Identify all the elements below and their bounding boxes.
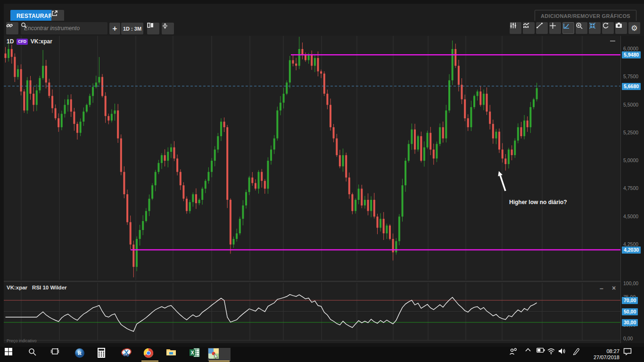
clock-time: 08:27: [594, 348, 619, 354]
snapshot-button[interactable]: [615, 22, 627, 34]
interval-label: 1D: [7, 38, 14, 45]
notification-icon: [623, 348, 632, 355]
chart-type-button[interactable]: [523, 22, 535, 34]
add-chart-button[interactable]: +: [109, 23, 120, 34]
area-chart-icon: [523, 22, 530, 29]
rsi-level-badge: 30,00: [622, 319, 638, 326]
search-icon: [21, 22, 27, 28]
action-center-button[interactable]: [623, 348, 636, 361]
rsi-tick: 100,00: [623, 280, 638, 286]
chart-minimize-button[interactable]: [610, 41, 615, 41]
snipping-tool-icon: [121, 348, 132, 357]
task-view-icon: [51, 348, 59, 355]
split-arrows-icon: [162, 23, 168, 29]
panel-separator[interactable]: [4, 280, 620, 283]
refresh-button[interactable]: [602, 22, 614, 34]
r-app-button[interactable]: R: [74, 348, 88, 361]
indicators-icon: [510, 22, 517, 29]
cfd-badge: CFD: [17, 39, 27, 45]
search-icon: [28, 348, 36, 356]
rsi-tick: 0,00: [623, 336, 633, 341]
wifi-icon: [547, 348, 555, 354]
excel-icon: X: [190, 348, 200, 357]
calculator-icon: [97, 348, 106, 358]
zoom-in-button[interactable]: [576, 22, 587, 34]
fit-screen-button[interactable]: [589, 22, 601, 34]
camera-icon: [615, 22, 622, 28]
trendline-icon: [536, 22, 543, 29]
rsi-close-button[interactable]: ×: [612, 285, 616, 291]
curve-tool-button[interactable]: [562, 22, 574, 34]
rsi-indicator-label: RSI 10 Wilder: [32, 285, 66, 290]
svg-text:R: R: [78, 350, 82, 356]
windows-logo-icon: [5, 348, 12, 355]
popout-button[interactable]: [51, 10, 64, 22]
chrome-running-indicator: [141, 361, 158, 362]
indicators-button[interactable]: [510, 22, 521, 34]
rsi-minimize-button[interactable]: –: [600, 286, 603, 291]
price-tick: 6,0000: [623, 46, 638, 51]
search-input[interactable]: [24, 25, 104, 32]
volume-tray-icon[interactable]: [558, 348, 571, 361]
price-tick: 4,5000: [623, 214, 638, 219]
rsi-header: VK:xpar RSI 10 Wilder: [7, 285, 67, 290]
trading-app-button[interactable]: [208, 348, 231, 361]
annotation-arrow: [498, 171, 505, 191]
taskbar-search-button[interactable]: [28, 348, 41, 361]
split-panel-button[interactable]: [162, 23, 174, 34]
svg-text:X: X: [191, 350, 194, 355]
r-app-icon: R: [74, 348, 85, 358]
price-tick: 5,0000: [623, 157, 638, 163]
file-explorer-icon: [166, 348, 176, 356]
task-view-button[interactable]: [51, 348, 64, 361]
external-link-icon: [51, 10, 58, 16]
annotation-text[interactable]: Higher low no diário?: [509, 199, 567, 206]
price-axis[interactable]: 6,00005,75005,50005,25005,00004,75004,50…: [620, 36, 644, 343]
layout-button[interactable]: [147, 23, 159, 34]
chart-panel: 1D CFD VK:xpar Higher low no diário? VK:…: [4, 36, 644, 343]
clock[interactable]: 08:27 27/07/2018: [594, 348, 619, 361]
calculator-button[interactable]: [97, 348, 110, 361]
settings-button[interactable]: ⚙: [628, 22, 640, 34]
instrument-search-box[interactable]: [21, 22, 107, 34]
curve-icon: [563, 23, 570, 29]
rsi-symbol-label: VK:xpar: [7, 285, 27, 290]
trading-app-icon: [208, 348, 219, 359]
link-charts-button[interactable]: [6, 22, 18, 34]
chrome-button[interactable]: [143, 348, 157, 361]
battery-icon: [537, 348, 545, 353]
zoom-in-icon: [576, 22, 583, 29]
price-badge: 5,6680: [622, 83, 641, 90]
price-tick: 4,2500: [623, 241, 638, 247]
indicative-price-note: Preço indicativo: [7, 338, 37, 343]
candlestick-chart[interactable]: [4, 36, 620, 280]
window-margin-left: [0, 0, 4, 347]
crosshair-button[interactable]: [549, 22, 561, 34]
price-tick: 5,7500: [623, 74, 638, 79]
chrome-icon: [143, 348, 154, 358]
start-button[interactable]: [5, 348, 18, 361]
file-explorer-button[interactable]: [166, 348, 179, 361]
rsi-level-badge: 50,00: [622, 308, 638, 315]
trendline-button[interactable]: [536, 22, 548, 34]
price-tick: 5,2500: [623, 130, 638, 135]
people-icon: [509, 348, 518, 355]
timeframe-button[interactable]: 1D : 3M: [121, 23, 143, 34]
clock-date: 27/07/2018: [594, 354, 619, 361]
price-badge: 5,9480: [622, 51, 641, 58]
symbol-label: VK:xpar: [31, 38, 52, 45]
price-tick: 5,5000: [623, 102, 638, 107]
snipping-tool-button[interactable]: [121, 348, 134, 361]
excel-button[interactable]: X: [190, 348, 203, 361]
trading-app-running-indicator: [209, 361, 230, 362]
collapse-arrows-icon: [589, 22, 596, 29]
rsi-line: [6, 295, 537, 331]
pen-tray-icon[interactable]: [572, 348, 586, 361]
price-badge: 4,2030: [622, 247, 641, 254]
layout-icon: [147, 23, 154, 28]
gear-icon: ⚙: [631, 24, 637, 33]
refresh-icon: [602, 22, 609, 29]
candlestick-series: [5, 49, 538, 267]
people-tray-icon[interactable]: [509, 348, 522, 361]
rsi-chart[interactable]: [4, 283, 620, 343]
